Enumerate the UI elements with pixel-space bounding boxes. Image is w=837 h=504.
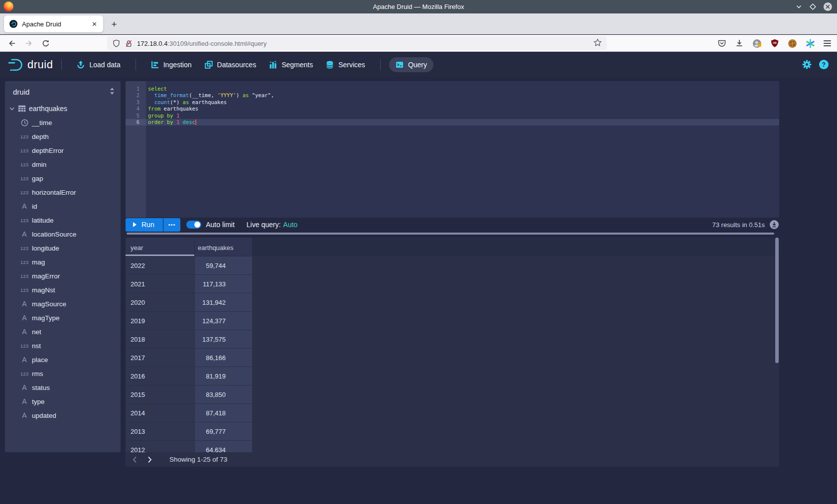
cell-earthquakes[interactable]: 81,919 — [195, 367, 252, 385]
schema-column-magType[interactable]: AmagType — [5, 311, 121, 325]
gear-icon[interactable] — [802, 60, 812, 69]
results-pagination: Showing 1-25 of 73 — [126, 452, 779, 467]
cell-year[interactable]: 2013 — [126, 422, 194, 440]
schema-column-id[interactable]: Aid — [5, 199, 121, 213]
editor-line-3[interactable]: 3 count(*) as earthquakes — [126, 99, 779, 106]
editor-results-splitter[interactable] — [127, 233, 774, 235]
cell-earthquakes[interactable]: 64,634 — [195, 441, 252, 452]
ublock-origin-icon[interactable]: U0 — [770, 39, 779, 48]
live-query[interactable]: Live query:Auto — [247, 221, 297, 229]
sql-editor[interactable]: 1select2 time_format(__time, 'YYYY') as … — [126, 81, 779, 218]
account-extension-icon[interactable] — [752, 39, 762, 48]
nav-services[interactable]: Services — [319, 57, 372, 72]
cell-year[interactable]: 2017 — [126, 349, 194, 367]
nav-ingestion[interactable]: Ingestion — [144, 57, 198, 72]
schema-column-latitude[interactable]: 123latitude — [5, 213, 121, 227]
schema-column-type[interactable]: Atype — [5, 394, 121, 408]
schema-column-magNst[interactable]: 123magNst — [5, 283, 121, 297]
schema-column-rms[interactable]: 123rms — [5, 367, 121, 380]
results-vertical-scrollbar[interactable] — [775, 238, 779, 363]
cell-earthquakes[interactable]: 137,575 — [195, 330, 252, 348]
nav-query[interactable]: Query — [389, 57, 433, 72]
new-tab-button[interactable]: + — [108, 18, 121, 31]
maximize-icon[interactable] — [810, 3, 816, 10]
downloads-icon[interactable] — [735, 39, 744, 48]
cell-earthquakes[interactable]: 87,418 — [195, 404, 252, 422]
cell-year[interactable]: 2015 — [126, 385, 194, 403]
download-results-icon[interactable] — [769, 220, 779, 230]
editor-line-5[interactable]: 5group by 1 — [126, 113, 779, 119]
nav-segments[interactable]: Segments — [263, 57, 319, 72]
tracking-shield-icon[interactable] — [112, 39, 121, 48]
back-button[interactable] — [5, 36, 19, 50]
column-header-year[interactable]: year — [126, 238, 194, 256]
auto-limit-toggle[interactable] — [186, 221, 201, 229]
column-header-earthquakes[interactable]: earthquakes — [195, 238, 252, 256]
tab-close-icon[interactable]: ✕ — [90, 20, 99, 28]
url-bar[interactable]: 172.18.0.4:30109/unified-console.html#qu… — [107, 36, 607, 50]
tab-apache-druid[interactable]: Apache Druid ✕ — [4, 15, 103, 32]
schema-column-depth[interactable]: 123depth — [5, 129, 121, 143]
schema-column-magError[interactable]: 123magError — [5, 269, 121, 283]
cell-year[interactable]: 2022 — [126, 256, 194, 274]
next-page-icon[interactable] — [143, 454, 155, 466]
schema-column-gap[interactable]: 123gap — [5, 171, 121, 185]
schema-column-net[interactable]: Anet — [5, 325, 121, 339]
cookie-extension-icon[interactable] — [788, 39, 797, 48]
editor-line-1[interactable]: 1select — [126, 86, 779, 92]
run-more-button[interactable]: ••• — [163, 218, 181, 232]
schema-column-status[interactable]: Astatus — [5, 380, 121, 394]
schema-table-earthquakes[interactable]: earthquakes — [5, 102, 121, 116]
schema-column-longitude[interactable]: 123longitude — [5, 241, 121, 255]
cell-year[interactable]: 2021 — [126, 275, 194, 293]
schema-column-nst[interactable]: 123nst — [5, 339, 121, 353]
cell-year[interactable]: 2012 — [126, 441, 194, 452]
column-name: rms — [32, 370, 43, 378]
insecure-lock-icon[interactable] — [125, 39, 133, 48]
close-window-icon[interactable] — [824, 2, 832, 11]
editor-line-4[interactable]: 4from earthquakes — [126, 106, 779, 112]
cell-year[interactable]: 2019 — [126, 312, 194, 330]
table-row: 202259,744 — [126, 256, 779, 274]
schema-column-depthError[interactable]: 123depthError — [5, 143, 121, 157]
nav-datasources[interactable]: Datasources — [198, 57, 263, 72]
run-button[interactable]: Run — [126, 218, 163, 232]
schema-column-place[interactable]: Aplace — [5, 353, 121, 367]
help-icon[interactable]: ? — [819, 60, 829, 69]
cell-earthquakes[interactable]: 131,942 — [195, 293, 252, 311]
druid-brand[interactable]: druid — [7, 57, 53, 72]
schema-column-locationSource[interactable]: AlocationSource — [5, 227, 121, 241]
reload-button[interactable] — [39, 36, 53, 50]
nav-load-data[interactable]: Load data — [70, 57, 127, 72]
cell-earthquakes[interactable]: 86,166 — [195, 349, 252, 367]
minimize-icon[interactable] — [796, 3, 802, 10]
schema-column-mag[interactable]: 123mag — [5, 255, 121, 269]
cell-year[interactable]: 2018 — [126, 330, 194, 348]
editor-line-2[interactable]: 2 time_format(__time, 'YYYY') as "year", — [126, 92, 779, 99]
cell-earthquakes[interactable]: 69,777 — [195, 422, 252, 440]
cell-year[interactable]: 2014 — [126, 404, 194, 422]
pocket-icon[interactable] — [717, 39, 726, 48]
menu-hamburger-icon[interactable] — [824, 40, 831, 46]
schema-column-__time[interactable]: __time — [5, 116, 121, 129]
bookmark-star-icon[interactable] — [593, 38, 602, 49]
cell-earthquakes[interactable]: 117,133 — [195, 275, 252, 293]
chevron-down-icon[interactable] — [9, 106, 15, 112]
results-count-text: 73 results in 0.51s — [712, 221, 765, 229]
schema-column-magSource[interactable]: AmagSource — [5, 297, 121, 311]
schema-column-updated[interactable]: Aupdated — [5, 408, 121, 422]
cell-earthquakes[interactable]: 59,744 — [195, 256, 252, 274]
editor-line-6[interactable]: 6order by 1 desc — [126, 119, 779, 126]
schema-column-horizontalError[interactable]: 123horizontalError — [5, 185, 121, 199]
cell-earthquakes[interactable]: 124,377 — [195, 312, 252, 330]
cell-year[interactable]: 2020 — [126, 293, 194, 311]
cell-year[interactable]: 2016 — [126, 367, 194, 385]
cell-earthquakes[interactable]: 83,850 — [195, 385, 252, 403]
previous-page-icon[interactable] — [129, 454, 140, 466]
colorful-asterisk-extension-icon[interactable] — [806, 39, 815, 48]
double-caret-sort-icon[interactable] — [110, 88, 115, 96]
forward-button[interactable] — [22, 36, 36, 50]
schema-column-dmin[interactable]: 123dmin — [5, 157, 121, 171]
url-text: 172.18.0.4:30109/unified-console.html#qu… — [137, 40, 267, 47]
gantt-chart-icon — [151, 61, 159, 69]
